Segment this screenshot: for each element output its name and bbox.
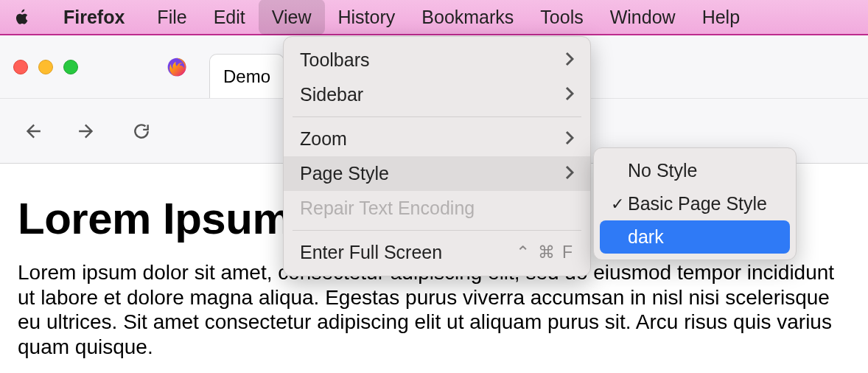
minimize-window-button[interactable] <box>38 60 53 74</box>
pagestyle-basic[interactable]: ✓ Basic Page Style <box>600 187 790 220</box>
menuitem-label: Sidebar <box>300 84 363 105</box>
menu-window[interactable]: Window <box>597 0 689 35</box>
menu-help[interactable]: Help <box>689 0 753 35</box>
menu-file[interactable]: File <box>144 0 200 35</box>
view-dropdown-menu: Toolbars Sidebar Zoom Page Style Repair … <box>283 36 591 276</box>
menu-separator <box>293 116 581 117</box>
forward-button[interactable] <box>72 116 102 146</box>
menuitem-label: No Style <box>628 160 697 181</box>
menuitem-label: Toolbars <box>300 49 370 71</box>
menuitem-label: Repair Text Encoding <box>300 198 475 219</box>
menuitem-label: Page Style <box>300 163 389 184</box>
menuitem-shortcut: ⌃ ⌘ F <box>516 243 574 262</box>
browser-tab[interactable]: Demo <box>209 54 284 98</box>
menuitem-zoom[interactable]: Zoom <box>284 122 590 156</box>
chevron-right-icon <box>565 128 574 150</box>
menu-tools[interactable]: Tools <box>527 0 596 35</box>
pagestyle-no-style[interactable]: No Style <box>600 154 790 187</box>
firefox-icon <box>167 57 187 77</box>
close-window-button[interactable] <box>13 60 28 74</box>
chevron-right-icon <box>565 163 574 184</box>
apple-logo-icon[interactable] <box>13 7 43 27</box>
menu-separator <box>293 230 581 231</box>
menu-history[interactable]: History <box>325 0 409 35</box>
menuitem-repair-encoding: Repair Text Encoding <box>284 191 590 226</box>
menu-bookmarks[interactable]: Bookmarks <box>408 0 527 35</box>
menuitem-sidebar[interactable]: Sidebar <box>284 77 590 112</box>
menuitem-label: dark <box>628 226 664 248</box>
macos-menubar: Firefox File Edit View History Bookmarks… <box>0 0 868 35</box>
check-icon: ✓ <box>607 195 628 214</box>
page-style-submenu: No Style ✓ Basic Page Style dark <box>593 147 797 260</box>
back-button[interactable] <box>18 116 47 146</box>
menuitem-enter-fullscreen[interactable]: Enter Full Screen ⌃ ⌘ F <box>284 235 590 270</box>
menuitem-label: Enter Full Screen <box>300 242 442 263</box>
chevron-right-icon <box>565 84 574 105</box>
chevron-right-icon <box>565 49 574 71</box>
reload-button[interactable] <box>127 116 156 146</box>
app-menu[interactable]: Firefox <box>50 0 138 35</box>
menuitem-label: Zoom <box>300 128 347 150</box>
fullscreen-window-button[interactable] <box>63 60 78 74</box>
menu-edit[interactable]: Edit <box>200 0 259 35</box>
menuitem-toolbars[interactable]: Toolbars <box>284 43 590 77</box>
tab-title: Demo <box>223 66 270 87</box>
menuitem-label: Basic Page Style <box>628 193 767 215</box>
window-controls <box>13 60 78 74</box>
menu-view[interactable]: View <box>259 0 325 35</box>
pagestyle-dark[interactable]: dark <box>600 220 790 254</box>
menuitem-page-style[interactable]: Page Style <box>284 156 590 191</box>
